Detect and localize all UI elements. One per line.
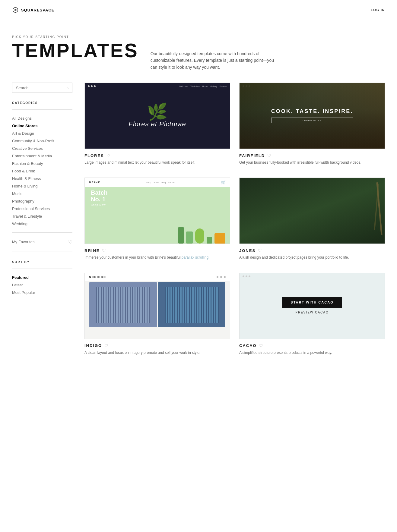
template-card-brine: BRINE Shop About Blog Contact 🛒 BatchNo.… bbox=[84, 178, 230, 260]
fairfield-button[interactable]: LEARN MORE bbox=[271, 118, 353, 123]
sidebar-item-all-designs[interactable]: All Designs bbox=[12, 115, 72, 122]
indigo-fabric-1 bbox=[96, 287, 150, 323]
cacao-preview-link[interactable]: PREVIEW CACAO bbox=[295, 311, 329, 315]
template-preview-brine[interactable]: BRINE Shop About Blog Contact 🛒 BatchNo.… bbox=[84, 178, 230, 244]
indigo-description: A clean layout and focus on imagery prom… bbox=[84, 350, 230, 356]
cacao-heart-icon[interactable]: ♡ bbox=[259, 343, 263, 348]
logo-text: SQUARESPACE bbox=[21, 8, 54, 12]
flores-heart-icon[interactable]: ♡ bbox=[106, 153, 110, 158]
indigo-images bbox=[85, 273, 230, 339]
jones-bg bbox=[240, 178, 385, 244]
sidebar-item-wedding[interactable]: Wedding bbox=[12, 220, 72, 228]
search-input[interactable] bbox=[16, 86, 67, 90]
indigo-name: INDIGO bbox=[84, 343, 102, 348]
cacao-start-button[interactable]: START WITH CACAO bbox=[282, 297, 342, 308]
jones-name-row: JONES ♡ bbox=[239, 248, 385, 253]
fairfield-slogan: COOK. TASTE. INSPIRE. bbox=[271, 108, 353, 115]
hero-title: TEMPLATES bbox=[12, 41, 138, 60]
template-preview-fairfield[interactable]: COOK. TASTE. INSPIRE. LEARN MORE bbox=[239, 83, 385, 149]
sidebar-item-fashion[interactable]: Fashion & Beauty bbox=[12, 160, 72, 167]
svg-line-1 bbox=[68, 88, 68, 89]
product-can bbox=[195, 228, 204, 244]
flores-plant-icon: 🌿 bbox=[129, 104, 186, 120]
indigo-nav-dots bbox=[217, 276, 226, 278]
flores-name: FLORES bbox=[84, 153, 104, 158]
sort-section: SORT BY Featured Latest Most Popular bbox=[12, 260, 72, 296]
sidebar-item-art-design[interactable]: Art & Design bbox=[12, 130, 72, 137]
sort-divider bbox=[12, 251, 72, 251]
my-favorites[interactable]: My Favorites ♡ bbox=[12, 238, 72, 246]
indigo-heart-icon[interactable]: ♡ bbox=[104, 343, 108, 348]
search-box[interactable] bbox=[12, 83, 72, 93]
categories-divider bbox=[12, 109, 72, 110]
template-preview-jones[interactable]: CEREMONY & RECEPTION MARRIAGE SEPTEMBER … bbox=[239, 178, 385, 244]
sidebar-item-online-stores[interactable]: Online Stores bbox=[12, 122, 72, 130]
brine-main-text: BatchNo. 1 bbox=[91, 189, 108, 203]
my-favorites-label: My Favorites bbox=[12, 240, 34, 244]
jones-name: JONES bbox=[239, 248, 256, 253]
sidebar-item-creative-services[interactable]: Creative Services bbox=[12, 145, 72, 152]
main-content: CATEGORIES All Designs Online Stores Art… bbox=[0, 83, 397, 374]
flores-nav-link-4: Gallery bbox=[210, 85, 217, 87]
product-2 bbox=[186, 231, 193, 244]
brine-heart-icon[interactable]: ♡ bbox=[102, 248, 106, 253]
flores-nav-link-1: Welcome bbox=[179, 85, 188, 87]
fairfield-heart-icon[interactable]: ♡ bbox=[267, 153, 271, 158]
flores-nav-link-5: Flowers bbox=[219, 85, 227, 87]
login-button[interactable]: LOG IN bbox=[371, 8, 385, 12]
sidebar-item-photography[interactable]: Photography bbox=[12, 197, 72, 205]
template-preview-flores[interactable]: Welcome Workshop Home Gallery Flowers 🌿 … bbox=[84, 83, 230, 149]
jones-poster: CEREMONY & RECEPTION MARRIAGE SEPTEMBER … bbox=[240, 178, 385, 244]
header: SQUARESPACE LOG IN bbox=[0, 0, 397, 20]
cacao-name: CACAO bbox=[239, 343, 257, 348]
flores-nav-link-2: Workshop bbox=[190, 85, 200, 87]
jones-description: A lush design and dedicated project page… bbox=[239, 255, 385, 260]
flores-nav-links: Welcome Workshop Home Gallery Flowers bbox=[179, 85, 227, 87]
hero-left: PICK YOUR STARTING POINT TEMPLATES bbox=[12, 35, 138, 60]
hero-subtitle: PICK YOUR STARTING POINT bbox=[12, 35, 138, 39]
dot-3 bbox=[249, 275, 250, 277]
sidebar-item-travel[interactable]: Travel & Lifestyle bbox=[12, 212, 72, 220]
categories-title: CATEGORIES bbox=[12, 101, 72, 105]
nav-dot-1 bbox=[217, 276, 218, 278]
heart-icon: ♡ bbox=[68, 239, 72, 245]
squarespace-logo-icon bbox=[12, 7, 19, 13]
sidebar-item-music[interactable]: Music bbox=[12, 190, 72, 197]
sidebar-item-home[interactable]: Home & Living bbox=[12, 182, 72, 190]
sidebar-item-health[interactable]: Health & Fitness bbox=[12, 175, 72, 182]
hero-description: Our beautifully-designed templates come … bbox=[151, 35, 277, 71]
template-preview-indigo[interactable]: Nordigo bbox=[84, 273, 230, 339]
preview-dots bbox=[243, 275, 250, 277]
product-jar bbox=[214, 233, 225, 244]
sidebar-item-professional[interactable]: Professional Services bbox=[12, 205, 72, 212]
nav-dot-3 bbox=[224, 276, 226, 278]
flores-nav-link-3: Home bbox=[202, 85, 208, 87]
sidebar: CATEGORIES All Designs Online Stores Art… bbox=[12, 83, 72, 356]
search-icon bbox=[67, 85, 68, 90]
indigo-img-1 bbox=[89, 282, 157, 327]
brine-nav-3: Blog bbox=[161, 181, 166, 184]
product-1 bbox=[178, 227, 184, 244]
jones-heart-icon[interactable]: ♡ bbox=[258, 248, 262, 253]
sort-latest[interactable]: Latest bbox=[12, 281, 72, 289]
template-preview-cacao[interactable]: START WITH CACAO PREVIEW CACAO bbox=[239, 273, 385, 339]
template-card-flores: Welcome Workshop Home Gallery Flowers 🌿 … bbox=[84, 83, 230, 165]
sidebar-item-entertainment[interactable]: Entertainment & Media bbox=[12, 152, 72, 160]
sort-featured[interactable]: Featured bbox=[12, 274, 72, 281]
brine-cart[interactable]: 🛒 bbox=[221, 180, 226, 184]
dot-2 bbox=[246, 275, 247, 277]
brine-description: Immerse your customers in your brand wit… bbox=[84, 255, 230, 260]
brine-header: BRINE Shop About Blog Contact 🛒 bbox=[85, 178, 230, 187]
dot-1 bbox=[243, 275, 244, 277]
indigo-fabric-2 bbox=[165, 287, 219, 323]
sidebar-item-food[interactable]: Food & Drink bbox=[12, 167, 72, 175]
fairfield-name: FAIRFIELD bbox=[239, 153, 265, 158]
brine-parallax-link[interactable]: parallax scrolling. bbox=[182, 255, 210, 260]
templates-grid: Welcome Workshop Home Gallery Flowers 🌿 … bbox=[84, 83, 385, 356]
sidebar-item-community[interactable]: Community & Non-Profit bbox=[12, 137, 72, 145]
brine-shop-now[interactable]: Shop Now bbox=[91, 203, 106, 206]
cacao-description: A simplified structure presents products… bbox=[239, 350, 385, 356]
logo[interactable]: SQUARESPACE bbox=[12, 7, 54, 13]
sort-most-popular[interactable]: Most Popular bbox=[12, 289, 72, 296]
flores-title: Flores et Picturae bbox=[129, 120, 186, 128]
